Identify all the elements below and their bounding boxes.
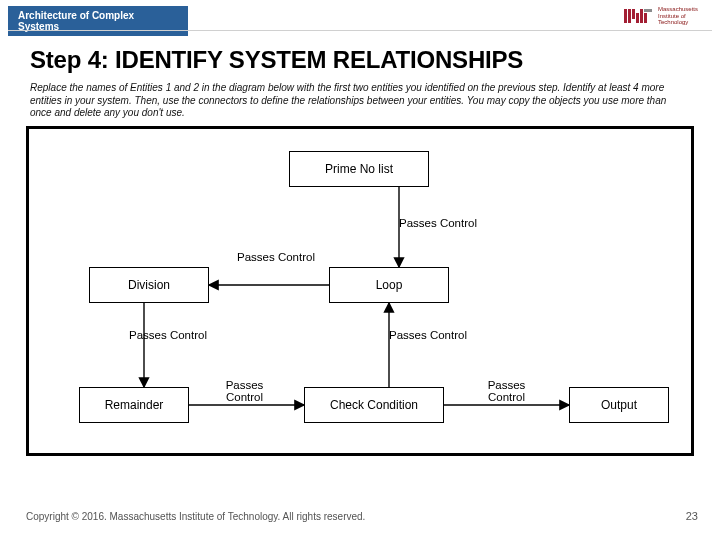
entity-remainder: Remainder [79, 387, 189, 423]
svg-rect-5 [644, 9, 652, 12]
copyright-footer: Copyright © 2016. Massachusetts Institut… [26, 511, 365, 522]
label-division-to-remainder: Passes Control [129, 329, 207, 341]
svg-rect-0 [624, 9, 627, 23]
svg-rect-3 [636, 13, 639, 23]
page-number: 23 [686, 510, 698, 522]
label-check-to-output: Passes Control [479, 379, 534, 403]
label-prime-to-loop: Passes Control [399, 217, 477, 229]
svg-rect-1 [628, 9, 631, 23]
entity-division: Division [89, 267, 209, 303]
mit-logo-text: Massachusetts Institute of Technology [658, 6, 698, 26]
instructions-text: Replace the names of Entities 1 and 2 in… [30, 82, 670, 120]
mit-logo: Massachusetts Institute of Technology [624, 6, 698, 26]
svg-rect-4 [640, 9, 643, 23]
mit-logo-mark [624, 9, 652, 23]
label-check-to-loop: Passes Control [389, 329, 467, 341]
entity-loop: Loop [329, 267, 449, 303]
entity-output: Output [569, 387, 669, 423]
svg-rect-2 [632, 9, 635, 19]
course-header: Architecture of Complex Systems [8, 6, 188, 36]
label-remainder-to-check: Passes Control [217, 379, 272, 403]
page-title: Step 4: IDENTIFY SYSTEM RELATIONSHIPS [30, 46, 523, 74]
header-divider [8, 30, 712, 31]
entity-check: Check Condition [304, 387, 444, 423]
entity-prime: Prime No list [289, 151, 429, 187]
svg-rect-6 [644, 13, 647, 23]
diagram-canvas: Prime No list Division Loop Remainder Ch… [26, 126, 694, 456]
label-loop-to-division: Passes Control [237, 251, 315, 263]
